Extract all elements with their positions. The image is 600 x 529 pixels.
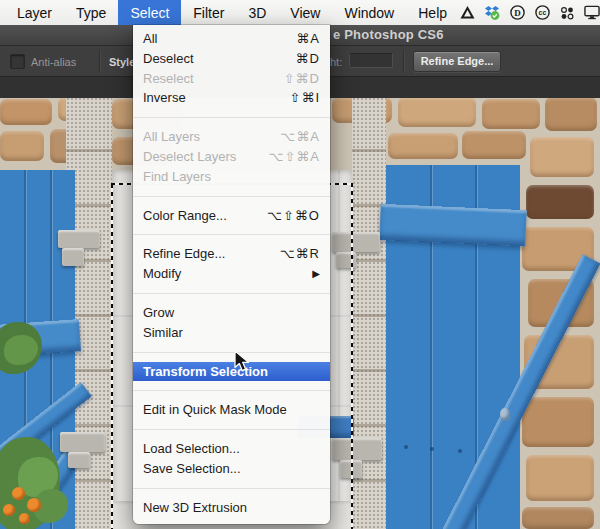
menubar-items: LayerTypeSelectFilter3DViewWindowHelp [0,0,459,25]
menu-item-similar[interactable]: Similar [133,323,330,343]
menu-separator [133,108,330,127]
menu-item-label: Color Range... [143,206,227,226]
menubar-item-window[interactable]: Window [332,0,406,25]
stone [462,131,526,159]
height-label: ht: [330,56,342,68]
selection-marching-ants-right [351,183,353,529]
menubar-item-layer[interactable]: Layer [5,0,64,25]
menu-item-label: New 3D Extrusion [143,498,247,518]
orange-flower [12,487,25,500]
dots-icon[interactable] [559,5,575,21]
stone [545,97,597,131]
menu-item-label: Edit in Quick Mask Mode [143,400,287,420]
anti-alias-checkbox[interactable] [10,54,25,69]
selection-marching-ants-left [111,184,113,529]
menu-item-label: All [143,29,157,49]
menubar-item-3d[interactable]: 3D [236,0,278,25]
menu-item-label: Deselect Layers [143,147,236,167]
d-circle-icon[interactable]: D [509,5,525,21]
menu-separator [133,420,330,439]
bolt [458,449,462,453]
menu-item-label: Load Selection... [143,439,240,459]
stone [398,97,476,127]
divider [403,50,404,72]
stone [526,185,594,219]
orange-flower [3,504,15,516]
menubar-item-view[interactable]: View [278,0,332,25]
menu-item-label: Grow [143,303,174,323]
menu-separator [133,187,330,206]
menu-item-all[interactable]: All⌘A [133,29,330,49]
stone [522,507,594,529]
menu-item-shortcut: ⌥⇧⌘O [267,206,320,226]
orange-flower [19,513,30,524]
menu-item-shortcut: ⌥⇧⌘A [268,147,320,167]
menu-separator [133,381,330,400]
menu-item-shortcut: ⌥⌘R [280,244,320,264]
display-icon[interactable] [584,5,600,21]
menu-item-shortcut: ⌘D [296,49,320,69]
menu-item-label: Find Layers [143,167,211,187]
submenu-arrow-icon: ▶ [312,264,320,284]
menu-item-label: Refine Edge... [143,244,225,264]
hinge [60,432,105,452]
stone [522,397,594,447]
menubar-status-icons: D cc [459,0,600,25]
bolt [404,445,408,449]
stone [526,455,594,501]
dropbox-icon[interactable] [484,5,500,21]
hinge [68,452,90,468]
menu-item-new-3d-extrusion[interactable]: New 3D Extrusion [133,498,330,518]
menu-separator [133,225,330,244]
menu-item-save-selection[interactable]: Save Selection... [133,459,330,479]
hinge [62,248,84,266]
menu-item-label: Inverse [143,88,186,108]
menu-item-refine-edge[interactable]: Refine Edge...⌥⌘R [133,244,330,264]
menu-item-transform-selection[interactable]: Transform Selection [133,362,330,382]
menubar-item-type[interactable]: Type [64,0,118,25]
orange-flower [27,498,41,512]
shutter-knob [500,408,510,421]
menu-item-deselect[interactable]: Deselect⌘D [133,49,330,69]
menu-item-load-selection[interactable]: Load Selection... [133,439,330,459]
stone [0,99,52,125]
svg-text:cc: cc [538,9,546,16]
menu-item-all-layers: All Layers⌥⌘A [133,127,330,147]
menu-item-inverse[interactable]: Inverse⇧⌘I [133,88,330,108]
menu-item-label: Deselect [143,49,194,69]
menu-item-find-layers: Find Layers [133,167,330,187]
window-title: e Photoshop CS6 [333,27,444,42]
menu-item-shortcut: ⌘A [296,29,320,49]
menu-item-label: Reselect [143,69,194,89]
bolt [430,447,434,451]
menu-item-label: Modify [143,264,181,284]
menu-item-deselect-layers: Deselect Layers⌥⇧⌘A [133,147,330,167]
refine-edge-button[interactable]: Refine Edge... [413,51,501,72]
menu-item-reselect: Reselect⇧⌘D [133,69,330,89]
menubar-item-filter[interactable]: Filter [181,0,236,25]
height-input[interactable] [349,53,393,68]
drive-icon[interactable] [459,5,475,21]
right-shutter [386,165,520,529]
menu-item-shortcut: ⌥⌘A [280,127,320,147]
menu-item-grow[interactable]: Grow [133,303,330,323]
svg-text:D: D [514,8,521,18]
select-menu: All⌘ADeselect⌘DReselect⇧⌘DInverse⇧⌘IAll … [133,25,330,524]
menu-item-shortcut: ⇧⌘D [284,69,320,89]
shutter-rail [379,204,526,246]
menu-item-label: Similar [143,323,183,343]
creative-cloud-icon[interactable]: cc [534,5,550,21]
menubar-item-help[interactable]: Help [406,0,459,25]
hinge [336,252,356,268]
menu-separator [133,284,330,303]
menubar: LayerTypeSelectFilter3DViewWindowHelp D … [0,0,600,25]
stone [0,131,44,161]
stone [388,133,458,159]
menu-item-edit-in-quick-mask-mode[interactable]: Edit in Quick Mask Mode [133,400,330,420]
divider [99,50,100,72]
menu-item-color-range[interactable]: Color Range...⌥⇧⌘O [133,206,330,226]
menu-item-modify[interactable]: Modify▶ [133,264,330,284]
hinge [332,232,380,252]
anti-alias-label: Anti-alias [31,56,76,68]
menubar-item-select[interactable]: Select [118,0,181,25]
